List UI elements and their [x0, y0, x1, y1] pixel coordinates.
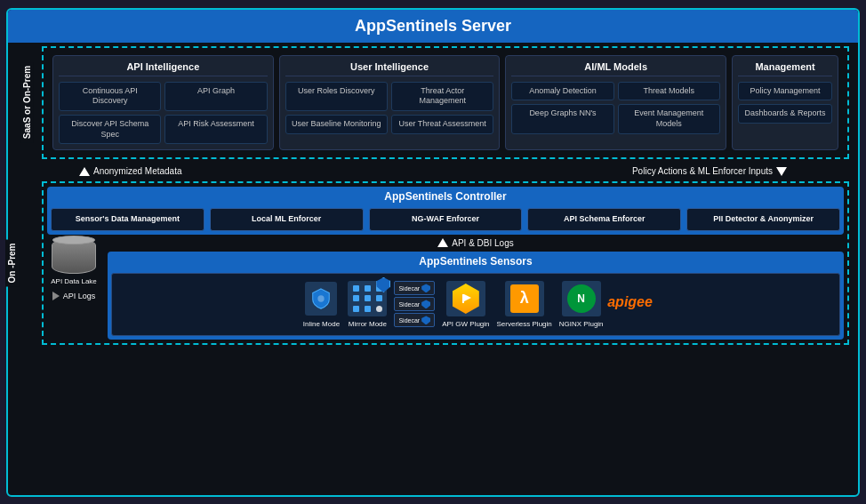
module-item: Discover API Schema Spec — [59, 115, 161, 144]
serverless-label: Serverless Plugin — [497, 320, 552, 328]
grid-dot — [353, 285, 359, 292]
module-item: Event Management Models — [618, 104, 720, 133]
bottom-section: AppSentinels Controller Sensor's Data Ma… — [42, 181, 849, 345]
ai-ml-models-module: AI/ML Models Anomaly Detection Threat Mo… — [505, 55, 726, 151]
api-intelligence-items: Continuous API Discovery API Graph Disco… — [59, 82, 268, 145]
main-container: AppSentinels Server SaaS or On-Prem API … — [6, 8, 860, 497]
controller-module: PII Detector & Anonymizer — [686, 208, 840, 231]
up-arrow-icon — [79, 167, 90, 176]
saas-label: SaaS or On-Prem — [20, 62, 34, 142]
mirror-mode-sensor: Mirror Mode — [348, 281, 387, 328]
user-intelligence-items: User Roles Discovery Threat Actor Manage… — [285, 82, 494, 134]
sidecar-sensor: Sidecar Sidecar Sidecar — [394, 281, 435, 327]
onprem-label: On -Prem — [5, 240, 19, 287]
controller-module: NG-WAF Enforcer — [369, 208, 523, 231]
module-item: API Graph — [164, 82, 267, 111]
svg-point-0 — [318, 295, 325, 301]
sidecar-shield-icon — [421, 316, 430, 324]
server-header: AppSentinels Server — [8, 10, 858, 43]
apigw-hex-icon — [453, 284, 479, 314]
bottom-row: API Data Lake API Logs API & DBI Logs Ap… — [47, 238, 844, 340]
top-section: API Intelligence Continuous API Discover… — [42, 46, 849, 160]
grid-dot — [365, 285, 371, 292]
grid-dot — [376, 295, 382, 301]
flag-svg — [459, 292, 473, 306]
up-arrow-dbi-icon — [437, 238, 448, 247]
sensors-wrapper: API & DBI Logs AppSentinels Sensors — [108, 238, 844, 340]
arrows-section: Anonymized Metadata Policy Actions & ML … — [8, 163, 858, 180]
shield-svg — [311, 288, 331, 309]
module-item: User Threat Assessment — [391, 115, 493, 134]
module-item: User Baseline Monitoring — [285, 115, 388, 134]
api-data-lake: API Data Lake API Logs — [47, 238, 100, 300]
cylinder-label: API Data Lake — [51, 277, 97, 286]
sidecar-item: Sidecar — [394, 313, 435, 327]
module-item: Continuous API Discovery — [59, 82, 161, 111]
sidecar-label: Sidecar — [398, 285, 420, 292]
nginx-sensor: N NGINX Plugin — [559, 281, 604, 328]
apigee-sensor: apigee — [611, 284, 650, 324]
controller-modules: Sensor's Data Management Local ML Enforc… — [51, 208, 840, 231]
ai-ml-items: Anomaly Detection Threat Models Deep Gra… — [511, 82, 720, 134]
nginx-icon: N — [567, 284, 596, 313]
module-item: API Risk Assessment — [164, 115, 267, 144]
modules-row: API Intelligence Continuous API Discover… — [47, 52, 844, 155]
grid-dot — [353, 306, 359, 312]
inline-mode-icon-container — [301, 281, 341, 316]
module-item: Policy Management — [738, 82, 832, 101]
down-arrow-label: Policy Actions & ML Enforcer Inputs — [632, 166, 773, 176]
management-title: Management — [738, 61, 832, 76]
anonymized-metadata-arrow: Anonymized Metadata — [79, 166, 182, 176]
svg-rect-1 — [462, 294, 464, 303]
management-items: Policy Management Dashboards & Reports — [738, 82, 832, 124]
server-title: AppSentinels Server — [355, 17, 511, 35]
controller-module: Local ML Enforcer — [210, 208, 364, 231]
policy-actions-arrow: Policy Actions & ML Enforcer Inputs — [632, 166, 787, 176]
apigee-icon-container: apigee — [611, 284, 650, 320]
cylinder-icon — [52, 238, 96, 274]
grid-dot — [365, 306, 371, 312]
grid-dot — [353, 295, 359, 301]
sidecar-item: Sidecar — [394, 297, 435, 311]
svg-marker-2 — [464, 294, 471, 301]
nginx-label: NGINX Plugin — [559, 320, 604, 328]
sidecar-label: Sidecar — [398, 317, 420, 324]
nginx-icon-container: N — [562, 281, 601, 316]
api-logs-label: API Logs — [63, 292, 96, 300]
api-intelligence-module: API Intelligence Continuous API Discover… — [52, 55, 274, 151]
controller-module: Sensor's Data Management — [51, 208, 204, 231]
user-intelligence-module: User Intelligence User Roles Discovery T… — [279, 55, 501, 151]
api-intelligence-title: API Intelligence — [59, 61, 268, 76]
grid-dot — [365, 295, 371, 301]
lambda-icon: λ — [510, 284, 539, 313]
apigw-label: API GW Plugin — [442, 320, 489, 328]
management-module: Management Policy Management Dashboards … — [732, 55, 838, 151]
sidecar-shield-icon — [421, 300, 430, 308]
controller-module: API Schema Enforcer — [527, 208, 681, 231]
up-arrow-label: Anonymized Metadata — [93, 166, 182, 176]
apigw-sensor: API GW Plugin — [442, 281, 489, 328]
inline-mode-label: Inline Mode — [303, 320, 340, 328]
api-logs-arrow-row: API & DBI Logs — [108, 238, 844, 248]
sensors-section: AppSentinels Sensors — [108, 252, 844, 340]
controller-title: AppSentinels Controller — [51, 190, 840, 203]
grid-dot-center — [376, 306, 382, 312]
module-item: Dashboards & Reports — [738, 104, 832, 124]
sensors-title: AppSentinels Sensors — [111, 255, 840, 268]
mirror-mode-label: Mirror Mode — [349, 320, 387, 328]
sensor-plugins: Inline Mode — [111, 273, 840, 336]
serverless-icon-container: λ — [505, 281, 544, 316]
api-logs-arrow-label: API & DBI Logs — [452, 238, 513, 248]
serverless-sensor: λ Serverless Plugin — [497, 281, 552, 328]
down-arrow-icon — [776, 167, 787, 176]
module-item: User Roles Discovery — [285, 82, 388, 111]
module-item: Anomaly Detection — [511, 82, 613, 101]
inline-mode-icon — [305, 282, 337, 316]
module-item: Threat Actor Management — [391, 82, 493, 111]
controller-section: AppSentinels Controller Sensor's Data Ma… — [47, 187, 844, 235]
sidecar-stack: Sidecar Sidecar Sidecar — [394, 281, 435, 327]
module-item: Threat Models — [618, 82, 720, 101]
user-intelligence-title: User Intelligence — [285, 61, 494, 76]
inline-mode-sensor: Inline Mode — [301, 281, 341, 328]
apigee-icon: apigee — [607, 294, 653, 310]
